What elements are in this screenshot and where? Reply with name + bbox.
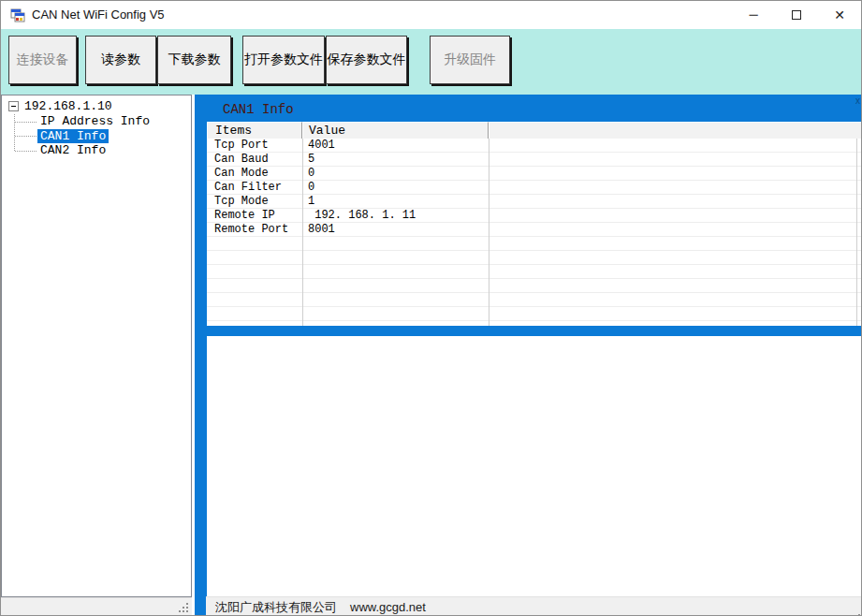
company-name: 沈阳广成科技有限公司 bbox=[215, 600, 337, 614]
table-row[interactable]: Tcp Port4001 bbox=[207, 139, 861, 153]
table-gridline bbox=[302, 139, 303, 326]
item-cell: Remote Port bbox=[207, 223, 302, 237]
open-params-file-button[interactable]: 打开参数文件 bbox=[242, 36, 325, 84]
title-bar: CAN Net WiFi Config V5 ─ ✕ bbox=[1, 1, 861, 29]
tree-root-row[interactable]: 192.168.1.10 bbox=[2, 99, 191, 114]
column-header-items[interactable]: Items bbox=[207, 122, 302, 139]
lower-blank-panel bbox=[207, 336, 861, 596]
column-header-value[interactable]: Value bbox=[302, 122, 489, 139]
website-text: www.gcgd.net bbox=[350, 600, 426, 614]
resize-grip-icon[interactable] bbox=[855, 610, 856, 612]
table-row[interactable]: Can Mode0 bbox=[207, 167, 861, 181]
maximize-box bbox=[792, 10, 801, 20]
item-cell: Remote IP bbox=[207, 209, 302, 223]
read-params-button[interactable]: 读参数 bbox=[85, 36, 156, 84]
table-body: Tcp Port4001Can Baud5Can Mode0Can Filter… bbox=[207, 139, 861, 326]
status-strip-left bbox=[1, 597, 192, 616]
item-cell: Can Baud bbox=[207, 153, 302, 167]
table-row[interactable]: Remote IP 192. 168. 1. 11 bbox=[207, 209, 861, 223]
close-icon[interactable]: ✕ bbox=[818, 1, 861, 29]
minimize-icon[interactable]: ─ bbox=[732, 1, 775, 29]
table-row[interactable]: Tcp Mode1 bbox=[207, 195, 861, 209]
table-row[interactable]: Can Filter0 bbox=[207, 181, 861, 195]
table-header-row: Items Value bbox=[207, 122, 861, 139]
app-icon bbox=[10, 7, 25, 22]
table-row[interactable]: Can Baud5 bbox=[207, 153, 861, 167]
table-gridline bbox=[489, 139, 489, 326]
info-panel: CAN1 Info x Items Value Tcp Port4001Can … bbox=[195, 95, 862, 616]
save-params-file-button[interactable]: 保存参数文件 bbox=[326, 36, 407, 84]
table-row[interactable]: Remote Port8001 bbox=[207, 223, 861, 237]
tree-connector-stub bbox=[15, 136, 37, 137]
status-strip-right: 沈阳广成科技有限公司www.gcgd.net bbox=[206, 596, 862, 616]
tree-collapse-icon[interactable] bbox=[8, 101, 19, 111]
upgrade-firmware-button[interactable]: 升级固件 bbox=[430, 36, 510, 84]
tree-connector-stub bbox=[15, 122, 37, 123]
panel-close-icon[interactable]: x bbox=[855, 95, 860, 107]
tree-connector-line bbox=[14, 114, 15, 151]
connect-device-button[interactable]: 连接设备 bbox=[8, 36, 77, 84]
column-header-blank[interactable] bbox=[489, 122, 861, 139]
resize-grip-icon[interactable] bbox=[179, 603, 181, 605]
download-params-button[interactable]: 下载参数 bbox=[157, 36, 231, 84]
item-cell: Tcp Mode bbox=[207, 195, 302, 209]
table-gridline bbox=[856, 139, 857, 326]
tree-connector-stub bbox=[15, 151, 37, 152]
tree-root-label[interactable]: 192.168.1.10 bbox=[24, 99, 112, 113]
status-text: 沈阳广成科技有限公司www.gcgd.net bbox=[215, 597, 426, 616]
item-cell: Can Mode bbox=[207, 167, 302, 181]
maximize-icon[interactable] bbox=[775, 1, 818, 29]
item-cell: Can Filter bbox=[207, 181, 302, 195]
toolbar: 连接设备 读参数 下载参数 打开参数文件 保存参数文件 升级固件 GCAN-21… bbox=[1, 29, 861, 95]
app-window: CAN Net WiFi Config V5 ─ ✕ 连接设备 读参数 下载参数… bbox=[0, 0, 862, 616]
window-title: CAN Net WiFi Config V5 bbox=[32, 1, 165, 29]
params-table: Items Value Tcp Port4001Can Baud5Can Mod… bbox=[207, 122, 861, 326]
panel-header: CAN1 Info bbox=[223, 99, 294, 120]
device-tree-panel: 192.168.1.10 IP Address Info CAN1 Info C… bbox=[1, 95, 192, 597]
item-cell: Tcp Port bbox=[207, 139, 302, 153]
device-tree: 192.168.1.10 IP Address Info CAN1 Info C… bbox=[2, 95, 191, 158]
